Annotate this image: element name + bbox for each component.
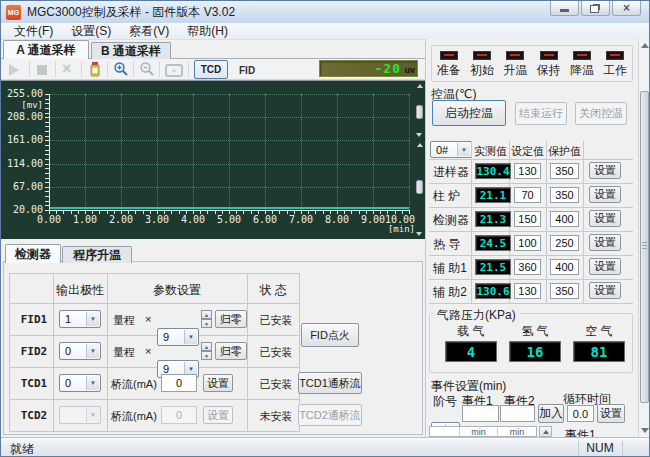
chevron-down-icon: ▼ xyxy=(86,408,99,422)
status-led-group: 准备 初始 升温 保持 降温 工作 xyxy=(431,45,633,82)
minimize-icon xyxy=(560,9,569,12)
offset-slider-lower[interactable] xyxy=(415,142,424,238)
bridge-current-label: 桥流(mA) xyxy=(111,377,157,392)
polarity-select-tcd1[interactable]: 0▼ xyxy=(59,374,101,392)
slider-thumb[interactable] xyxy=(416,105,423,119)
sample-inject-button[interactable] xyxy=(87,61,103,77)
set-button[interactable]: 设置 xyxy=(589,186,621,203)
restore-button[interactable] xyxy=(581,1,610,16)
protect-temp-input[interactable]: 400 xyxy=(550,211,579,227)
set-temp-input[interactable]: 70 xyxy=(514,187,541,203)
set-temp-input[interactable]: 100 xyxy=(514,235,541,251)
chevron-down-icon: ▼ xyxy=(86,344,99,358)
close-temp-control-button[interactable]: 关闭控温 xyxy=(575,102,627,125)
fid-ignite-button[interactable]: FID点火 xyxy=(301,323,359,347)
start-temp-control-button[interactable]: 启动控温 xyxy=(432,100,506,126)
scrollbar-up-button[interactable] xyxy=(639,39,650,52)
protect-temp-input[interactable]: 350 xyxy=(550,163,579,179)
led-label: 保持 xyxy=(537,62,561,79)
polarity-select-fid2[interactable]: 0▼ xyxy=(59,342,101,360)
zone-name: 进样器 xyxy=(433,164,469,181)
stop-acquisition-button[interactable] xyxy=(37,65,47,75)
minimize-button[interactable] xyxy=(550,1,579,16)
fid-toggle-button[interactable]: FID xyxy=(239,65,255,76)
set-button[interactable]: 设置 xyxy=(589,162,621,179)
full-view-button[interactable]: × xyxy=(165,64,183,77)
x-axis-unit: [min] xyxy=(379,224,415,234)
protect-temp-input[interactable]: 350 xyxy=(550,283,579,299)
start-acquisition-button[interactable] xyxy=(9,64,19,76)
set-temp-input[interactable]: 150 xyxy=(514,211,541,227)
end-run-button[interactable]: 结束运行 xyxy=(515,102,567,125)
bridge-current-input-tcd2[interactable]: 0 xyxy=(161,406,197,424)
app-icon: MG xyxy=(6,5,21,20)
menu-bar: 文件(F) 设置(S) 察看(V) 帮助(H) xyxy=(1,23,649,40)
method-selector[interactable]: 0#▼ xyxy=(430,141,472,158)
toolbar: × × T xyxy=(1,58,425,80)
zero-button-fid2[interactable]: 归零 xyxy=(215,342,247,360)
stepper-down-icon: ▼ xyxy=(201,351,212,360)
range-stepper-fid2[interactable]: ▲▼ xyxy=(201,342,212,360)
slider-thumb[interactable] xyxy=(416,180,423,194)
menu-settings[interactable]: 设置(S) xyxy=(62,22,120,41)
protect-temp-input[interactable]: 400 xyxy=(550,259,579,275)
set-button[interactable]: 设置 xyxy=(589,282,621,299)
hydrogen-lcd: 16 xyxy=(509,341,561,362)
clear-x-icon: × xyxy=(62,60,71,78)
set-button[interactable]: 设置 xyxy=(589,234,621,251)
offset-slider-upper[interactable] xyxy=(415,83,424,139)
app-window: MG MGC3000控制及采样 - 固件版本 V3.02 × 文件(F) 设置(… xyxy=(0,0,650,457)
bridge-set-button-tcd1[interactable]: 设置 xyxy=(203,374,233,392)
led-label: 降温 xyxy=(570,62,594,79)
event-list-scroll-up[interactable] xyxy=(539,426,552,437)
cycle-time-input[interactable]: 0.0 xyxy=(567,405,594,422)
protect-temp-input[interactable]: 350 xyxy=(550,187,579,203)
zoom-in-button[interactable] xyxy=(113,61,129,77)
range-label: 量程 xyxy=(113,345,135,360)
scrollbar-down-button[interactable] xyxy=(639,424,650,437)
event2-input[interactable] xyxy=(500,405,535,422)
range-stepper-fid1[interactable]: ▲▼ xyxy=(201,310,212,328)
close-button[interactable]: × xyxy=(612,1,641,16)
set-button[interactable]: 设置 xyxy=(589,258,621,275)
set-button[interactable]: 设置 xyxy=(589,210,621,227)
bridge-set-button-tcd2[interactable]: 设置 xyxy=(203,406,233,424)
polarity-select-fid1[interactable]: 1▼ xyxy=(59,310,101,328)
polarity-select-tcd2[interactable]: ▼ xyxy=(59,406,101,424)
tcd2-bridge-on-button[interactable]: TCD2通桥流 xyxy=(298,404,362,426)
event1-input[interactable] xyxy=(462,405,499,422)
scroll-down-icon xyxy=(641,428,649,433)
scrollbar-thumb[interactable] xyxy=(640,91,649,403)
clear-button[interactable]: × xyxy=(62,60,71,78)
range-label: 量程 xyxy=(113,313,135,328)
bridge-current-input-tcd1[interactable]: 0 xyxy=(161,374,197,392)
tab-detector[interactable]: 检测器 xyxy=(5,244,61,263)
tcd-toggle-button[interactable]: TCD xyxy=(194,60,228,79)
close-icon: × xyxy=(623,2,630,14)
y-tick-label: 114.00 xyxy=(1,158,43,169)
temp-row-injector: 进样器 130.4 130 350 设置 xyxy=(429,159,633,183)
zero-button-fid1[interactable]: 归零 xyxy=(215,310,247,328)
protect-temp-input[interactable]: 250 xyxy=(550,235,579,251)
tab-channel-b[interactable]: B 通道采样 xyxy=(91,42,171,59)
panel-scrollbar[interactable] xyxy=(638,39,650,437)
add-event-button[interactable]: 加入 xyxy=(538,404,564,423)
tab-temp-program[interactable]: 程序升温 xyxy=(62,246,132,263)
event-list-grid[interactable]: min min xyxy=(429,426,537,437)
menu-help[interactable]: 帮助(H) xyxy=(178,22,237,41)
menu-file[interactable]: 文件(F) xyxy=(5,22,62,41)
set-temp-input[interactable]: 130 xyxy=(514,163,541,179)
heating-led-icon xyxy=(506,51,524,60)
zoom-out-button[interactable] xyxy=(139,61,155,77)
set-temp-input[interactable]: 360 xyxy=(514,259,541,275)
detector-row-fid1: FID1 1▼ 量程 × 9▼ ▲▼ 归零 已安装 xyxy=(9,303,299,335)
tab-channel-a[interactable]: A 通道采样 xyxy=(3,40,89,59)
set-temp-input[interactable]: 130 xyxy=(514,283,541,299)
tcd1-bridge-on-button[interactable]: TCD1通桥流 xyxy=(298,372,362,394)
stepper-down-icon: ▼ xyxy=(201,319,212,328)
menu-view[interactable]: 察看(V) xyxy=(120,22,178,41)
scrollbar-grip-icon xyxy=(642,242,647,250)
air-label: 空 气 xyxy=(573,323,625,340)
cycle-set-button[interactable]: 设置 xyxy=(597,404,625,423)
led-ready: 准备 xyxy=(432,46,465,81)
